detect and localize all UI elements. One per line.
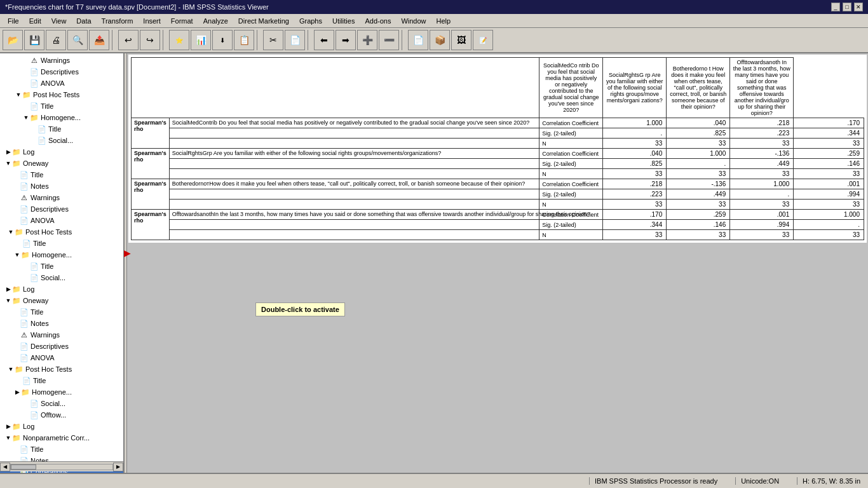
social1-icon: 📄 xyxy=(37,137,47,145)
sidebar-item-log2[interactable]: ▶ 📁 Log xyxy=(0,283,123,295)
menu-window[interactable]: Window xyxy=(396,16,431,26)
content-area[interactable]: SocialMedCo ntrib Do you feel that socia… xyxy=(127,53,868,473)
sidebar-item-title2c[interactable]: 📄 Title xyxy=(0,238,123,249)
menu-insert[interactable]: Insert xyxy=(138,16,166,26)
toolbar-img[interactable]: 🖼 xyxy=(451,30,471,50)
toolbar-insert-case[interactable]: 📋 xyxy=(234,30,254,50)
sidebar-item-anova3[interactable]: 📄 ANOVA xyxy=(0,352,123,363)
scroll-left-btn[interactable]: ◀ xyxy=(0,463,10,471)
stat-label-2-0: Correlation Coefficient xyxy=(539,179,603,189)
cell-3-2-0: 33 xyxy=(603,230,667,240)
sidebar-item-nptitle[interactable]: 📄 Title xyxy=(0,444,123,455)
sidebar-item-notes3[interactable]: 📄 Notes xyxy=(0,318,123,329)
menu-analyze[interactable]: Analyze xyxy=(198,16,233,26)
menu-data[interactable]: Data xyxy=(71,16,96,26)
sidebar-item-desc3[interactable]: 📄 Descriptives xyxy=(0,341,123,352)
sidebar-item-log1[interactable]: ▶ 📁 Log xyxy=(0,146,123,158)
menu-utilities[interactable]: Utilities xyxy=(327,16,360,26)
status-processor: IBM SPSS Statistics Processor is ready xyxy=(589,477,722,485)
toolbar-print[interactable]: 🖨 xyxy=(46,30,66,50)
sidebar-item-title3c[interactable]: 📄 Title xyxy=(0,375,123,386)
scroll-right-btn[interactable]: ▶ xyxy=(113,463,123,471)
scroll-track[interactable] xyxy=(10,464,113,470)
sidebar-item-posthoc3[interactable]: ▼ 📁 Post Hoc Tests xyxy=(0,363,123,375)
sidebar-item-title2b[interactable]: 📄 Title xyxy=(0,169,123,180)
toolbar-print-preview[interactable]: 🔍 xyxy=(67,30,88,50)
toolbar-redo[interactable]: ↪ xyxy=(140,30,160,50)
toolbar-export[interactable]: 📤 xyxy=(89,30,109,50)
sidebar-hscrollbar[interactable]: ◀ ▶ xyxy=(0,461,123,471)
sidebar-item-posthoc2[interactable]: ▼ 📁 Post Hoc Tests xyxy=(0,226,123,238)
sidebar-item-oneway3[interactable]: ▼ 📁 Oneway xyxy=(0,295,123,306)
toolbar-pivot[interactable]: ⬇ xyxy=(212,30,233,50)
menu-graphs[interactable]: Graphs xyxy=(294,16,327,26)
cell-0-0-3: .170 xyxy=(794,118,864,128)
sidebar-item-social2[interactable]: 📄 Social... xyxy=(0,272,123,283)
sidebar-item-nonparametric[interactable]: ▼ 📁 Nonparametric Corr... xyxy=(0,432,123,444)
toolbar-pkg[interactable]: 📦 xyxy=(430,30,450,50)
toolbar-chart[interactable]: 📊 xyxy=(191,30,211,50)
toolbar-cut[interactable]: ✂ xyxy=(263,30,283,50)
toolbar-forward[interactable]: ➡ xyxy=(336,30,356,50)
sidebar-item-notes2[interactable]: 📄 Notes xyxy=(0,180,123,192)
sidebar-item-warnings3[interactable]: ⚠ Warnings xyxy=(0,329,123,341)
desc3-icon: 📄 xyxy=(19,342,29,351)
cell-3-2-2: 33 xyxy=(730,230,794,240)
sidebar-item-social1[interactable]: 📄 Social... xyxy=(0,135,123,146)
sidebar-item-log3[interactable]: ▶ 📁 Log xyxy=(0,421,123,432)
sidebar-item-oneway2[interactable]: ▼ 📁 Oneway xyxy=(0,158,123,169)
sidebar-item-offtow[interactable]: 📄 Offtow... xyxy=(0,409,123,421)
cell-2-0-2: 1.000 xyxy=(730,179,794,189)
sidebar-item-htitle1[interactable]: 📄 Title xyxy=(0,123,123,135)
sidebar-item-warnings2[interactable]: ⚠ Warnings xyxy=(0,192,123,203)
sidebar[interactable]: ⚠ Warnings 📄 Descriptives 📄 ANOVA ▼ 📁 Po… xyxy=(0,53,124,473)
menu-edit[interactable]: Edit xyxy=(24,16,46,26)
sidebar-item-posthoc1[interactable]: ▼ 📁 Post Hoc Tests xyxy=(0,89,123,100)
toolbar-goto-data[interactable]: ⭐ xyxy=(169,30,189,50)
menu-help[interactable]: Help xyxy=(431,16,456,26)
toolbar-save[interactable]: 💾 xyxy=(24,30,44,50)
sidebar-item-descriptives1[interactable]: 📄 Descriptives xyxy=(0,66,123,78)
menu-format[interactable]: Format xyxy=(166,16,198,26)
sidebar-item-homogene3[interactable]: ▶ 📁 Homogene... xyxy=(0,386,123,398)
toolbar-script[interactable]: 📝 xyxy=(473,30,493,50)
toolbar-expand[interactable]: ➕ xyxy=(357,30,377,50)
menu-addons[interactable]: Add-ons xyxy=(360,16,396,26)
tooltip-text: Double-click to activate xyxy=(261,306,339,313)
sidebar-item-social3[interactable]: 📄 Social... xyxy=(0,398,123,409)
toolbar-undo[interactable]: ↩ xyxy=(118,30,139,50)
sidebar-item-title1[interactable]: 📄 Title xyxy=(0,100,123,112)
scroll-thumb[interactable] xyxy=(11,464,36,470)
maximize-button[interactable]: □ xyxy=(843,3,851,11)
sidebar-item-anova2[interactable]: 📄 ANOVA xyxy=(0,215,123,226)
sidebar-item-htitle2[interactable]: 📄 Title xyxy=(0,261,123,272)
toolbar-open[interactable]: 📂 xyxy=(3,30,23,50)
menu-view[interactable]: View xyxy=(46,16,72,26)
sidebar-item-desc2[interactable]: 📄 Descriptives xyxy=(0,203,123,215)
menu-file[interactable]: File xyxy=(3,16,24,26)
toolbar-new-doc[interactable]: 📄 xyxy=(408,30,428,50)
close-button[interactable]: ✕ xyxy=(854,3,863,11)
cell-3-2-1: 33 xyxy=(667,230,730,240)
col-header-4: Offttowardsanoth In the last 3 months, h… xyxy=(730,58,794,118)
minimize-button[interactable]: _ xyxy=(831,3,840,11)
toolbar-copy[interactable]: 📄 xyxy=(285,30,305,50)
correlations-table[interactable]: SocialMedCo ntrib Do you feel that socia… xyxy=(131,57,864,240)
nptitle-icon: 📄 xyxy=(19,445,29,454)
cell-1-1-0: .825 xyxy=(603,159,667,169)
status-dimensions: H: 6.75, W: 8.35 in xyxy=(797,477,865,485)
sidebar-item-homogene2[interactable]: ▼ 📁 Homogene... xyxy=(0,249,123,261)
toolbar-back[interactable]: ⬅ xyxy=(314,30,334,50)
menu-direct-marketing[interactable]: Direct Marketing xyxy=(233,16,294,26)
cell-2-1-3: .994 xyxy=(794,189,864,200)
menu-transform[interactable]: Transform xyxy=(97,16,139,26)
htitle-icon: 📄 xyxy=(37,125,47,133)
sidebar-item-warnings1[interactable]: ⚠ Warnings xyxy=(0,55,123,66)
sidebar-item-anova1[interactable]: 📄 ANOVA xyxy=(0,78,123,89)
sidebar-item-title3[interactable]: 📄 Title xyxy=(0,306,123,318)
stat-label-0-0: Correlation Coefficient xyxy=(539,118,603,128)
cell-0-2-2: 33 xyxy=(730,139,794,149)
sidebar-item-homogene1[interactable]: ▼ 📁 Homogene... xyxy=(0,112,123,123)
cell-0-2-3: 33 xyxy=(794,139,864,149)
toolbar-collapse[interactable]: ➖ xyxy=(379,30,399,50)
